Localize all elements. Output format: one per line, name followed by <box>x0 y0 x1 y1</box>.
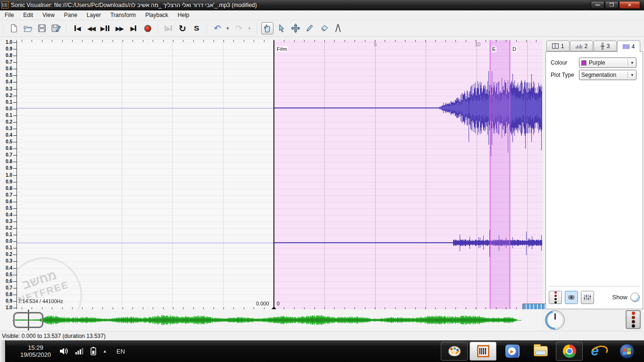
layer-tab-2[interactable]: 2 <box>570 41 593 51</box>
record-button[interactable] <box>141 22 154 34</box>
rewind-start-button[interactable]: ◀ <box>71 22 83 34</box>
menu-view[interactable]: View <box>38 11 59 19</box>
waveform-pane[interactable] <box>17 40 542 309</box>
undo-menu-button[interactable]: ▼ <box>225 22 231 34</box>
new-session-button[interactable] <box>8 22 20 34</box>
playback-speed-dial[interactable] <box>545 310 565 330</box>
menu-edit[interactable]: Edit <box>18 11 38 19</box>
axis-tick <box>13 275 17 275</box>
overview-playback-cursor[interactable] <box>28 310 29 330</box>
menu-transform[interactable]: Transform <box>106 11 140 19</box>
hidden-icons-arrow[interactable]: ▲ <box>103 349 107 354</box>
measure-button[interactable] <box>332 22 344 34</box>
axis-label: 0.7 <box>6 152 12 157</box>
draw-button[interactable] <box>304 22 316 34</box>
toolbar-separator <box>206 23 208 34</box>
plot-type-value: Segmentation <box>581 72 616 78</box>
axis-tick <box>13 135 17 136</box>
volume-icon[interactable] <box>59 347 69 355</box>
axis-tick <box>13 248 17 248</box>
open-file-button[interactable] <box>22 22 34 34</box>
play-selection-button[interactable]: ▶ <box>162 22 174 34</box>
colour-value: Purple <box>589 59 605 66</box>
axis-label: 0.2 <box>6 252 12 257</box>
chord-label: F#m <box>276 46 288 52</box>
axis-label: 0.8 <box>6 186 12 191</box>
edit-button[interactable] <box>289 22 302 34</box>
axis-label: 0.6 <box>6 199 12 204</box>
axis-tick <box>13 235 17 235</box>
erase-button[interactable] <box>318 22 330 34</box>
plot-type-dropdown[interactable]: Segmentation ▼ <box>579 70 636 80</box>
taskbar-button-media-player[interactable]: ▶ <box>498 342 525 361</box>
axis-label: 0.1 <box>6 99 12 105</box>
save-session-button[interactable] <box>36 22 48 34</box>
traffic-dots-icon <box>554 291 557 304</box>
close-button[interactable]: ✕ <box>619 1 640 9</box>
axis-label: 0.8 <box>6 292 12 297</box>
axis-label: 0.3 <box>6 126 12 131</box>
solo-button[interactable]: S <box>190 22 203 34</box>
minimize-button[interactable]: — <box>591 1 604 9</box>
taskbar-button-file-explorer[interactable] <box>527 342 554 361</box>
overview-waveform[interactable] <box>0 309 542 331</box>
duration-samplerate-label: 7:14.534 / 44100Hz <box>18 298 63 304</box>
layer-visibility-button[interactable] <box>565 291 578 304</box>
taskbar-button-paint[interactable] <box>441 342 468 361</box>
restore-button[interactable]: ❐ <box>605 1 619 9</box>
tab-label: 2 <box>585 43 588 49</box>
layer-tab-4[interactable]: 4 <box>617 41 640 52</box>
axis-label: 0.5 <box>6 272 12 277</box>
taskbar-button-start[interactable] <box>613 342 640 361</box>
show-dial[interactable] <box>630 293 640 302</box>
navigate-button[interactable] <box>261 22 273 34</box>
language-indicator[interactable]: EN <box>116 348 125 355</box>
axis-tick <box>13 241 17 242</box>
layer-faders-button[interactable] <box>581 291 594 304</box>
layer-dots-button[interactable] <box>549 291 562 304</box>
axis-tick <box>13 168 17 169</box>
axis-tick <box>13 308 17 308</box>
redo-menu-button[interactable]: ▼ <box>247 22 253 34</box>
battery-icon[interactable] <box>91 347 96 355</box>
axis-label: 0.7 <box>6 59 12 65</box>
loop-button[interactable]: ↻ <box>176 22 189 34</box>
axis-label: 0.6 <box>6 279 12 284</box>
menu-playback[interactable]: Playback <box>140 11 173 19</box>
layer-tab-1[interactable]: 1 <box>546 41 570 51</box>
layer-tab-3[interactable]: ╫3 <box>594 41 617 51</box>
select-button[interactable] <box>275 22 288 34</box>
axis-tick <box>13 228 17 229</box>
menu-layer[interactable]: Layer <box>82 11 106 19</box>
menu-file[interactable]: File <box>0 11 18 19</box>
forward-end-button[interactable]: ▶ <box>127 22 140 34</box>
axis-label: 0.9 <box>6 298 12 304</box>
taskbar-button-internet-explorer[interactable]: e <box>585 342 611 361</box>
network-signal-icon[interactable] <box>75 348 84 354</box>
axis-label: 0.0 <box>6 106 12 111</box>
axis-tick <box>13 75 17 76</box>
axis-label: 0.7 <box>6 192 12 197</box>
purple-swatch-icon <box>581 60 586 66</box>
colour-dropdown[interactable]: Purple ▼ <box>579 58 636 68</box>
play-pause-button[interactable]: ▶ <box>99 22 111 34</box>
taskbar: 15:29 19/05/2020 ▲ EN ▶e <box>0 340 644 362</box>
system-tray: ▲ EN <box>59 347 125 355</box>
toolbar: ◀◀◀▶▶▶▶▶↻S↶▼↷▼ <box>0 20 644 37</box>
playback-controls-button[interactable] <box>626 310 641 329</box>
rewind-button[interactable]: ◀◀ <box>85 22 97 34</box>
axis-label: 0.1 <box>6 232 12 237</box>
undo-button[interactable]: ↶ <box>211 22 223 34</box>
fast-forward-button[interactable]: ▶▶ <box>113 22 125 34</box>
taskbar-clock[interactable]: 15:29 19/05/2020 <box>20 344 51 358</box>
taskbar-button-chrome[interactable] <box>556 342 583 361</box>
show-desktop-button[interactable] <box>0 340 6 362</box>
menu-pane[interactable]: Pane <box>59 11 82 19</box>
pane-layout-icon <box>552 43 559 49</box>
redo-button[interactable]: ↷ <box>233 22 245 34</box>
taskbar-button-sonic-visualiser[interactable] <box>470 342 496 361</box>
save-session-as-button[interactable] <box>50 22 62 34</box>
axis-tick <box>13 82 17 82</box>
menu-help[interactable]: Help <box>173 11 194 19</box>
axis-tick <box>13 182 17 182</box>
